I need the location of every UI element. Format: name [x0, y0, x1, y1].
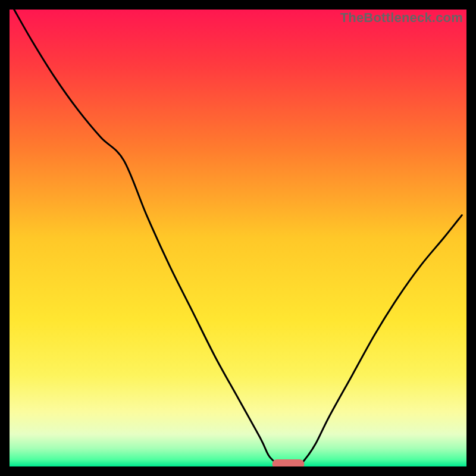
- watermark-text: TheBottleneck.com: [340, 10, 463, 26]
- bottleneck-chart: [10, 10, 466, 466]
- chart-frame: TheBottleneck.com: [10, 10, 466, 466]
- optimal-marker: [273, 459, 305, 466]
